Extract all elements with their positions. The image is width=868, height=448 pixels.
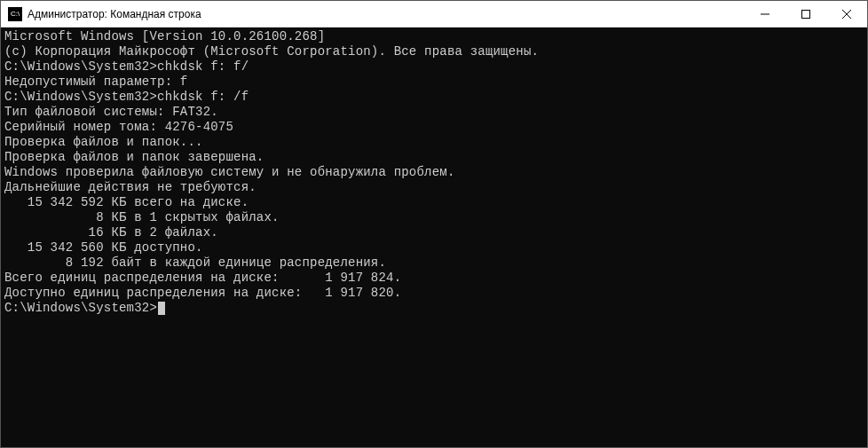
maximize-button[interactable] xyxy=(785,1,826,27)
terminal-line: 16 КБ в 2 файлах. xyxy=(4,225,864,240)
terminal-line: Доступно единиц распределения на диске: … xyxy=(4,286,864,301)
terminal-line: Windows проверила файловую систему и не … xyxy=(4,165,864,180)
terminal-line: Серийный номер тома: 4276-4075 xyxy=(4,120,864,135)
terminal-line: C:\Windows\System32> xyxy=(4,301,864,316)
window-titlebar: C:\ Администратор: Командная строка xyxy=(1,1,867,28)
terminal-line: Недопустимый параметр: f xyxy=(4,75,864,90)
terminal-line: Всего единиц распределения на диске: 1 9… xyxy=(4,271,864,286)
terminal-line: 8 КБ в 1 скрытых файлах. xyxy=(4,210,864,225)
terminal-line: 8 192 байт в каждой единице распределени… xyxy=(4,255,864,271)
terminal-line: 15 342 592 КБ всего на диске. xyxy=(4,195,864,210)
terminal-line: Тип файловой системы: FAT32. xyxy=(4,105,864,120)
terminal-line: Microsoft Windows [Version 10.0.26100.26… xyxy=(4,29,864,44)
window-title: Администратор: Командная строка xyxy=(22,8,745,20)
terminal-line: Проверка файлов и папок завершена. xyxy=(4,150,864,165)
terminal-line: C:\Windows\System32>chkdsk f: f/ xyxy=(4,59,864,75)
cmd-icon: C:\ xyxy=(8,7,22,21)
close-button[interactable] xyxy=(826,1,867,27)
terminal-line: Дальнейшие действия не требуются. xyxy=(4,180,864,195)
terminal-line: 15 342 560 КБ доступно. xyxy=(4,240,864,255)
minimize-button[interactable] xyxy=(745,1,785,27)
terminal-line: C:\Windows\System32>chkdsk f: /f xyxy=(4,90,864,105)
window-controls xyxy=(745,1,867,27)
terminal-line: Проверка файлов и папок... xyxy=(4,135,864,150)
svg-rect-1 xyxy=(802,10,810,18)
cursor xyxy=(158,302,165,315)
terminal-output[interactable]: Microsoft Windows [Version 10.0.26100.26… xyxy=(1,28,867,447)
terminal-line: (c) Корпорация Майкрософт (Microsoft Cor… xyxy=(4,44,864,59)
